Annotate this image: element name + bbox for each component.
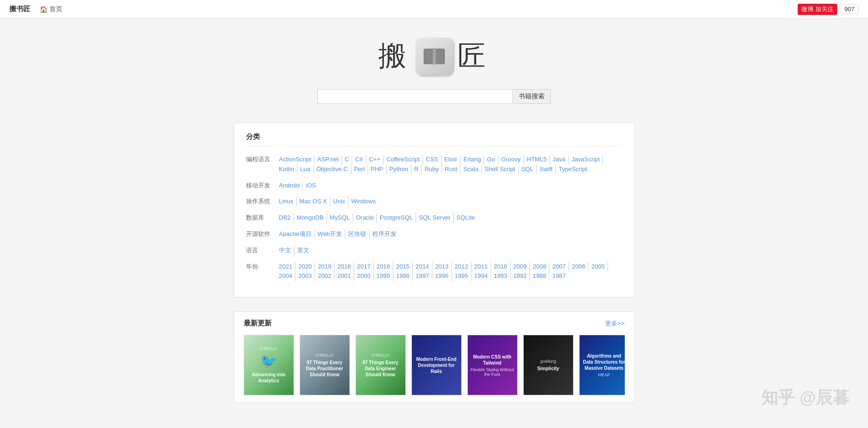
category-links: Apache项目Web开发区块链程序开发 [276, 229, 400, 239]
category-link-item[interactable]: Swift [537, 165, 556, 174]
search-button[interactable]: 书籍搜索 [513, 89, 551, 104]
category-link-item[interactable]: 2003 [295, 271, 315, 281]
category-link-item[interactable]: 2005 [588, 262, 608, 272]
category-link-item[interactable]: Erlang [461, 155, 485, 165]
category-link-item[interactable]: 2016 [374, 262, 393, 272]
category-link-item[interactable]: 区块链 [345, 229, 369, 239]
category-link-item[interactable]: SQLite [454, 213, 478, 223]
category-link-item[interactable]: ActionScript [276, 155, 314, 165]
books-grid: O'REILLY🐦Advancing into AnalyticsO'REILL… [244, 335, 625, 395]
category-link-item[interactable]: 2015 [393, 262, 413, 272]
book-item[interactable]: Modern CSS with TailwindFlexible Styling… [467, 335, 518, 395]
book-item[interactable]: Modern Front-End Development for Rails [411, 335, 462, 395]
category-link-item[interactable]: Ruby [422, 165, 442, 174]
category-link-item[interactable]: 2013 [432, 262, 452, 272]
category-link-item[interactable]: iOS [303, 181, 319, 191]
nav-right: 微博 加关注 907 [798, 4, 859, 15]
category-label: 语言 [246, 246, 276, 255]
category-link-item[interactable]: Elixir [442, 155, 461, 165]
category-row: 数据库DB2MongoDBMySQLOraclePostgreSQLSQL Se… [246, 213, 622, 223]
book-item[interactable]: O'REILLY🐦Advancing into Analytics [244, 335, 294, 395]
category-link-item[interactable]: 2007 [549, 262, 569, 272]
category-link-item[interactable]: Python [387, 165, 411, 174]
category-link-item[interactable]: PostgreSQL [377, 213, 416, 223]
book-item[interactable]: O'REILLY97 Things Every Data Engineer Sh… [355, 335, 406, 395]
category-link-item[interactable]: MySQL [327, 213, 353, 223]
category-link-item[interactable]: R [411, 165, 422, 174]
category-link-item[interactable]: Windows [349, 197, 379, 207]
category-link-item[interactable]: 1999 [374, 271, 393, 281]
watermark: 知乎 @辰暮 [761, 387, 849, 409]
category-link-item[interactable]: SQL Server [416, 213, 453, 223]
category-link-item[interactable]: Shell Script [482, 165, 519, 174]
category-link-item[interactable]: 2021 [276, 262, 296, 272]
category-link-item[interactable]: Scala [460, 165, 482, 174]
category-link-item[interactable]: 1993 [491, 271, 511, 281]
category-link-item[interactable]: Go [484, 155, 498, 165]
category-link-item[interactable]: PHP [368, 165, 387, 174]
category-link-item[interactable]: 2000 [354, 271, 374, 281]
category-link-item[interactable]: 1987 [549, 271, 568, 281]
category-link-item[interactable]: 2011 [472, 262, 491, 272]
category-link-item[interactable]: 1996 [432, 271, 452, 281]
category-link-item[interactable]: 中文 [276, 246, 294, 255]
category-link-item[interactable]: Objective-C [314, 165, 351, 174]
category-link-item[interactable]: JavaScript [569, 155, 603, 165]
follow-button[interactable]: 微博 加关注 [798, 4, 837, 15]
category-link-item[interactable]: Groovy [499, 155, 524, 165]
category-link-item[interactable]: Web开发 [315, 229, 346, 239]
category-row: 操作系统LinuxMac OS XUnixWindows [246, 197, 622, 207]
category-link-item[interactable]: Apache项目 [276, 229, 315, 239]
category-link-item[interactable]: Perl [351, 165, 368, 174]
category-link-item[interactable]: TypeScript [556, 165, 590, 174]
category-link-item[interactable]: Rust [442, 165, 461, 174]
category-link-item[interactable]: 2012 [452, 262, 472, 272]
category-link-item[interactable]: 2008 [530, 262, 549, 272]
category-link-item[interactable]: C++ [366, 155, 384, 165]
category-link-item[interactable]: Java [550, 155, 568, 165]
category-links: ActionScriptASP.netCC#C++CoffeeScriptCSS… [276, 155, 622, 174]
category-link-item[interactable]: Android [276, 181, 303, 191]
category-link-item[interactable]: 英文 [294, 246, 312, 255]
category-link-item[interactable]: SQL [519, 165, 537, 174]
category-link-item[interactable]: Lua [297, 165, 314, 174]
category-link-item[interactable]: 2014 [413, 262, 432, 272]
category-link-item[interactable]: 2006 [569, 262, 588, 272]
book-item[interactable]: Algorithms and Data Structures for Massi… [579, 335, 625, 395]
more-link[interactable]: 更多>> [605, 319, 624, 328]
category-link-item[interactable]: 2020 [295, 262, 315, 272]
category-link-item[interactable]: 1995 [452, 271, 472, 281]
category-link-item[interactable]: 2002 [315, 271, 335, 281]
home-link[interactable]: 🏠 首页 [40, 5, 62, 14]
category-link-item[interactable]: 1988 [530, 271, 549, 281]
category-link-item[interactable]: Kotlin [276, 165, 298, 174]
book-cover: grokkingSimplicity [523, 335, 574, 395]
category-link-item[interactable]: 1997 [413, 271, 432, 281]
category-link-item[interactable]: 2004 [276, 271, 296, 281]
category-link-item[interactable]: 2017 [354, 262, 374, 272]
category-link-item[interactable]: Oracle [353, 213, 377, 223]
category-link-item[interactable]: 2010 [491, 262, 511, 272]
category-link-item[interactable]: 2018 [335, 262, 354, 272]
category-link-item[interactable]: 1992 [511, 271, 530, 281]
search-input[interactable] [317, 89, 513, 104]
category-link-item[interactable]: Unix [330, 197, 349, 207]
category-link-item[interactable]: MongoDB [294, 213, 327, 223]
category-link-item[interactable]: C# [352, 155, 366, 165]
category-link-item[interactable]: 程序开发 [369, 229, 399, 239]
category-link-item[interactable]: 2019 [315, 262, 335, 272]
category-link-item[interactable]: 1998 [393, 271, 413, 281]
book-item[interactable]: O'REILLY97 Things Every Data Practitione… [300, 335, 350, 395]
category-link-item[interactable]: ASP.net [314, 155, 342, 165]
category-link-item[interactable]: 2001 [335, 271, 354, 281]
category-link-item[interactable]: HTML5 [524, 155, 550, 165]
category-link-item[interactable]: Linux [276, 197, 297, 207]
category-link-item[interactable]: 1994 [472, 271, 491, 281]
category-link-item[interactable]: CSS [423, 155, 442, 165]
category-link-item[interactable]: Mac OS X [297, 197, 330, 207]
category-link-item[interactable]: C [342, 155, 352, 165]
category-link-item[interactable]: DB2 [276, 213, 294, 223]
category-link-item[interactable]: 2009 [511, 262, 530, 272]
book-item[interactable]: grokkingSimplicity [523, 335, 574, 395]
category-link-item[interactable]: CoffeeScript [384, 155, 423, 165]
